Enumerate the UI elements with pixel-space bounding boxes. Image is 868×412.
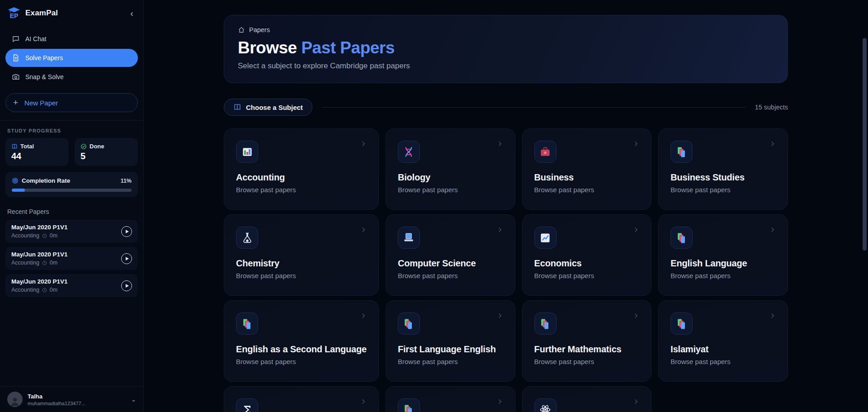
chevron-right-icon <box>769 140 777 148</box>
chevron-right-icon <box>496 312 504 320</box>
book-icon <box>11 143 18 150</box>
recent-paper-meta: Accounting 0m <box>11 287 121 293</box>
recent-paper-title: May/Jun 2020 P1V1 <box>11 251 121 258</box>
subject-title: Business <box>534 172 640 183</box>
subject-subtitle: Browse past papers <box>398 186 503 194</box>
subject-subtitle: Browse past papers <box>534 272 640 279</box>
total-value: 44 <box>11 151 63 161</box>
app-title: ExamPal <box>25 9 58 18</box>
chevron-right-icon <box>359 140 368 148</box>
books-icon <box>670 141 693 163</box>
subject-card-english-language[interactable]: English Language Browse past papers <box>658 214 788 296</box>
chevron-right-icon <box>359 398 368 406</box>
subject-title: First Language English <box>398 344 503 355</box>
chevron-right-icon <box>496 226 504 234</box>
recent-paper-item[interactable]: May/Jun 2020 P1V1 Accounting 0m <box>5 274 138 297</box>
breadcrumb: Papers <box>238 26 774 33</box>
subject-title: Biology <box>398 172 503 183</box>
scrollbar-thumb[interactable] <box>863 38 867 251</box>
sidebar-divider <box>0 120 143 121</box>
books-icon <box>534 313 557 335</box>
subject-card-computer-science[interactable]: Computer Science Browse past papers <box>386 214 515 296</box>
chevron-down-icon: ⌄ <box>131 396 136 403</box>
recent-paper-subject: Accounting <box>11 232 39 239</box>
subject-card-islamiyat[interactable]: Islamiyat Browse past papers <box>658 300 788 382</box>
subject-subtitle: Browse past papers <box>398 272 503 279</box>
done-label: Done <box>90 143 104 150</box>
subject-card-business[interactable]: Business Browse past papers <box>522 128 652 210</box>
recent-paper-duration: 0m <box>50 260 57 266</box>
hero-panel: Papers Browse Past Papers Select a subje… <box>224 15 788 83</box>
play-button[interactable] <box>121 280 132 291</box>
avatar <box>7 392 23 407</box>
sidebar-item-snap-solve[interactable]: Snap & Solve <box>5 68 138 86</box>
choose-subject-chip[interactable]: Choose a Subject <box>224 99 312 116</box>
study-progress-heading: STUDY PROGRESS <box>7 128 136 133</box>
subject-title: Business Studies <box>670 172 776 183</box>
total-stat-card: Total 44 <box>5 138 69 166</box>
subject-card-partial[interactable] <box>224 386 379 412</box>
chevron-right-icon <box>359 226 368 234</box>
new-paper-button[interactable]: + New Paper <box>5 93 138 112</box>
recent-paper-meta: Accounting 0m <box>11 260 121 266</box>
subject-card-accounting[interactable]: Accounting Browse past papers <box>224 128 379 210</box>
subject-subtitle: Browse past papers <box>534 358 640 365</box>
recent-paper-duration: 0m <box>50 232 57 239</box>
atom-icon <box>534 398 557 412</box>
subject-card-english-as-a-second-language[interactable]: English as a Second Language Browse past… <box>224 300 379 382</box>
nav-label: Solve Papers <box>25 54 63 62</box>
home-icon <box>238 26 245 33</box>
play-button[interactable] <box>121 226 132 237</box>
choose-subject-label: Choose a Subject <box>246 104 303 111</box>
document-icon <box>12 54 20 62</box>
chevron-right-icon <box>496 398 504 406</box>
nav-label: Snap & Solve <box>25 73 64 81</box>
done-stat-card: Done 5 <box>75 138 138 166</box>
logo-row: EP ExamPal ‹ <box>0 0 143 23</box>
recent-paper-duration: 0m <box>50 287 57 293</box>
page-subtitle: Select a subject to explore Cambridge pa… <box>238 62 774 71</box>
sidebar-item-ai-chat[interactable]: AI Chat <box>5 30 138 48</box>
books-icon <box>670 227 693 249</box>
recent-paper-subject: Accounting <box>11 287 39 293</box>
subject-subtitle: Browse past papers <box>236 186 367 194</box>
check-circle-icon <box>80 143 87 150</box>
chevron-right-icon <box>496 140 504 148</box>
clock-icon <box>42 288 47 293</box>
new-paper-label: New Paper <box>24 99 58 107</box>
camera-icon <box>12 73 20 81</box>
chevron-right-icon <box>632 226 640 234</box>
chevron-right-icon <box>769 312 777 320</box>
sidebar-item-solve-papers[interactable]: Solve Papers <box>5 49 138 67</box>
subject-subtitle: Browse past papers <box>534 186 640 194</box>
subject-card-first-language-english[interactable]: First Language English Browse past paper… <box>386 300 515 382</box>
recent-papers-list: May/Jun 2020 P1V1 Accounting 0m May/Jun … <box>5 220 138 297</box>
sidebar-collapse-button[interactable]: ‹ <box>127 8 136 19</box>
page-title: Browse Past Papers <box>238 38 774 57</box>
chevron-right-icon <box>359 312 368 320</box>
main-content: Papers Browse Past Papers Select a subje… <box>144 0 868 412</box>
subject-card-partial[interactable] <box>522 386 652 412</box>
exampal-app: EP ExamPal ‹ AI Chat Solve Papers Snap &… <box>0 0 868 412</box>
subject-grid: Accounting Browse past papers Biology Br… <box>224 128 788 412</box>
subject-count: 15 subjects <box>755 104 788 111</box>
recent-paper-item[interactable]: May/Jun 2020 P1V1 Accounting 0m <box>5 247 138 270</box>
subject-card-further-mathematics[interactable]: Further Mathematics Browse past papers <box>522 300 652 382</box>
subject-card-biology[interactable]: Biology Browse past papers <box>386 128 515 210</box>
recent-paper-title: May/Jun 2020 P1V1 <box>11 278 121 285</box>
user-menu[interactable]: Talha muhammadtalha123477... ⌄ <box>0 386 143 412</box>
alembic-icon <box>236 227 258 249</box>
subject-card-economics[interactable]: Economics Browse past papers <box>522 214 652 296</box>
completion-progress-fill <box>12 189 25 192</box>
play-button[interactable] <box>121 253 132 264</box>
subject-title: Economics <box>534 258 640 269</box>
subject-card-chemistry[interactable]: Chemistry Browse past papers <box>224 214 379 296</box>
books-icon <box>236 313 258 335</box>
recent-paper-item[interactable]: May/Jun 2020 P1V1 Accounting 0m <box>5 220 138 243</box>
chevron-right-icon <box>632 312 640 320</box>
chat-icon <box>12 35 20 43</box>
completion-label: Completion Rate <box>22 177 70 184</box>
subject-card-business-studies[interactable]: Business Studies Browse past papers <box>658 128 788 210</box>
page-title-accent: Past Papers <box>297 38 395 57</box>
subject-card-partial[interactable] <box>386 386 515 412</box>
